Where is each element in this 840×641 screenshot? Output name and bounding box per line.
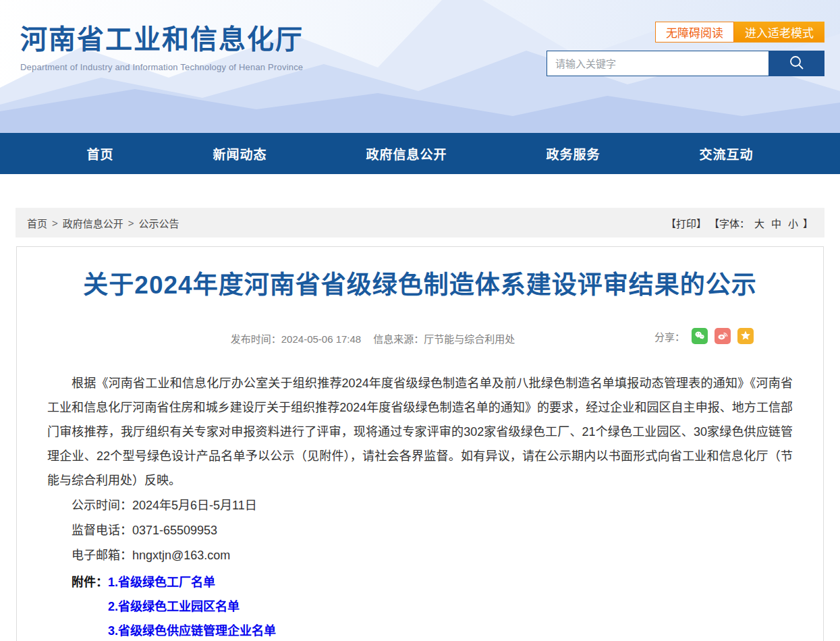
share-qzone-button[interactable] [737, 328, 754, 344]
breadcrumb-announcements[interactable]: 公示公告 [139, 216, 179, 230]
attachments-list: 1.省级绿色工厂名单 2.省级绿色工业园区名单 3.省级绿色供应链管理企业名单 … [108, 570, 276, 641]
star-icon [739, 329, 752, 343]
breadcrumb-home[interactable]: 首页 [27, 216, 47, 230]
share-box: 分享： [654, 328, 754, 344]
breadcrumb-gov-info[interactable]: 政府信息公开 [63, 216, 123, 230]
share-wechat-button[interactable] [692, 328, 708, 344]
nav-item-interaction[interactable]: 交流互动 [699, 144, 753, 163]
breadcrumb-wrap: 首页 > 政府信息公开 > 公示公告 【打印】 【字体： 大 中 小 】 [0, 174, 840, 238]
article-paragraph: 根据《河南省工业和信息化厅办公室关于组织推荐2024年度省级绿色制造名单及前八批… [47, 371, 793, 493]
article-meta: 发布时间：2024-05-06 17:48 信息来源：厅节能与综合利用处 [225, 331, 521, 345]
attachment-link-green-factories[interactable]: 1.省级绿色工厂名单 [108, 570, 276, 594]
font-size-large-button[interactable]: 大 [754, 216, 764, 230]
nav-item-home[interactable]: 首页 [86, 144, 113, 163]
breadcrumb: 首页 > 政府信息公开 > 公示公告 [27, 216, 179, 230]
share-label: 分享： [654, 329, 685, 343]
header-controls: 无障碍阅读 进入适老模式 [547, 22, 824, 76]
share-weibo-button[interactable] [715, 328, 731, 344]
font-size-small-button[interactable]: 小 [788, 216, 798, 230]
elder-mode-button[interactable]: 进入适老模式 [734, 22, 824, 43]
attachments-label: 附件： [72, 570, 108, 641]
wechat-icon [694, 329, 706, 343]
email-line: 电子邮箱：hngxtjn@163.com [47, 543, 793, 567]
attachment-link-green-industrial-parks[interactable]: 2.省级绿色工业园区名单 [108, 594, 276, 619]
font-size-label: 【字体： [709, 216, 750, 230]
main-nav: 首页 新闻动态 政府信息公开 政务服务 交流互动 [0, 133, 840, 174]
weibo-icon [717, 329, 729, 343]
info-source: 信息来源：厅节能与综合利用处 [373, 331, 515, 345]
publicity-period-line: 公示时间：2024年5月6日-5月11日 [47, 493, 793, 518]
publish-time: 发布时间：2024-05-06 17:48 [231, 331, 361, 345]
article-body: 根据《河南省工业和信息化厅办公室关于组织推荐2024年度省级绿色制造名单及前八批… [47, 371, 793, 641]
supervision-phone-line: 监督电话：0371-65509953 [47, 518, 793, 542]
breadcrumb-separator: > [52, 217, 58, 229]
search-input[interactable] [547, 51, 768, 76]
breadcrumb-separator: > [128, 217, 134, 229]
nav-item-gov-info[interactable]: 政府信息公开 [366, 144, 447, 163]
header-buttons: 无障碍阅读 进入适老模式 [547, 22, 824, 43]
article-title: 关于2024年度河南省省级绿色制造体系建设评审结果的公示 [47, 270, 793, 301]
site-banner: 河南省工业和信息化厅 Department of Industry and In… [0, 0, 840, 133]
site-title: 河南省工业和信息化厅 [20, 18, 304, 57]
print-button[interactable]: 【打印】 [666, 216, 706, 230]
search-icon [788, 54, 806, 74]
search-button[interactable] [768, 51, 824, 76]
nav-item-news[interactable]: 新闻动态 [213, 144, 267, 163]
accessibility-reading-button[interactable]: 无障碍阅读 [655, 22, 734, 43]
site-subtitle-english: Department of Industry and Information T… [20, 62, 304, 72]
attachment-link-green-supply-chain[interactable]: 3.省级绿色供应链管理企业名单 [108, 619, 276, 641]
font-size-medium-button[interactable]: 中 [771, 216, 781, 230]
page-tools: 【打印】 【字体： 大 中 小 】 [666, 216, 813, 230]
search-bar [547, 51, 824, 76]
page: { "header": { "site_title": "河南省工业和信息化厅"… [0, 0, 840, 641]
article-card: 关于2024年度河南省省级绿色制造体系建设评审结果的公示 发布时间：2024-0… [16, 246, 824, 641]
site-logo: 河南省工业和信息化厅 Department of Industry and In… [20, 18, 304, 72]
nav-item-gov-services[interactable]: 政务服务 [546, 144, 600, 163]
attachments-section: 附件： 1.省级绿色工厂名单 2.省级绿色工业园区名单 3.省级绿色供应链管理企… [72, 570, 793, 641]
font-size-label-close: 】 [803, 216, 813, 230]
breadcrumb-bar: 首页 > 政府信息公开 > 公示公告 【打印】 【字体： 大 中 小 】 [16, 208, 824, 238]
article-meta-row: 发布时间：2024-05-06 17:48 信息来源：厅节能与综合利用处 分享： [47, 328, 793, 348]
